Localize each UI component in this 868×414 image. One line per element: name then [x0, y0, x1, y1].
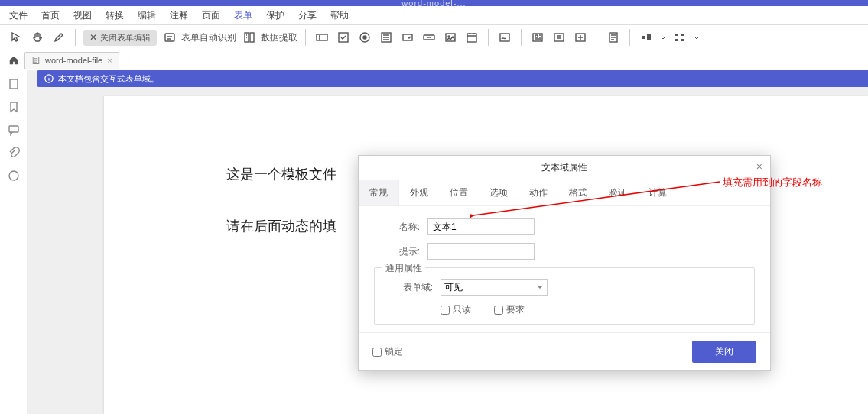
separator [75, 29, 76, 46]
text-field-properties-dialog: 文本域属性 × 常规 外观 位置 选项 动作 格式 验证 计算 名称: 提示: … [358, 155, 771, 371]
required-label: 要求 [506, 303, 525, 316]
svg-rect-4 [339, 33, 348, 42]
tip-input[interactable] [427, 243, 535, 260]
separator [629, 29, 630, 46]
menu-comment[interactable]: 注释 [170, 9, 188, 22]
tab-close-icon[interactable]: × [107, 56, 112, 65]
document-tab-strip: word-model-file × + [0, 50, 868, 70]
button-icon[interactable] [421, 29, 437, 46]
menu-help[interactable]: 帮助 [330, 9, 349, 22]
lock-label: 锁定 [385, 345, 403, 358]
auto-recognize-button[interactable]: 表单自动识别 [161, 29, 236, 46]
checkbox-icon[interactable] [335, 29, 352, 46]
align-dropdown-icon[interactable] [659, 29, 667, 46]
readonly-label: 只读 [453, 303, 471, 316]
common-properties-group: 通用属性 表单域: 可见 只读 要求 [374, 267, 755, 325]
visibility-select[interactable]: 可见 [441, 279, 548, 296]
auto-recognize-icon [161, 29, 178, 46]
svg-rect-21 [675, 39, 678, 41]
document-tab-label: word-model-file [45, 56, 102, 65]
app-title: word-model-... [401, 0, 466, 8]
form-toolbar: ✕ 关闭表单编辑 表单自动识别 数据提取 [0, 24, 868, 50]
menu-home[interactable]: 首页 [41, 9, 60, 22]
menu-protect[interactable]: 保护 [266, 9, 284, 22]
close-form-edit-label: 关闭表单编辑 [100, 32, 151, 44]
lock-checkbox[interactable]: 锁定 [372, 345, 403, 358]
form-action1-icon[interactable] [529, 29, 546, 46]
menu-file[interactable]: 文件 [9, 9, 28, 22]
required-checkbox[interactable]: 要求 [494, 303, 525, 316]
signature-icon[interactable] [496, 29, 513, 46]
align-icon[interactable] [638, 29, 655, 46]
form-action3-icon[interactable] [572, 29, 589, 46]
textfield-icon[interactable] [314, 29, 330, 46]
dialog-close-button[interactable]: 关闭 [692, 341, 756, 363]
distribute-icon[interactable] [671, 29, 688, 46]
formfield-label: 表单域: [387, 281, 433, 294]
page-template-icon[interactable] [605, 29, 622, 46]
menu-page[interactable]: 页面 [202, 9, 220, 22]
edit-icon[interactable] [50, 29, 67, 46]
circle-icon[interactable] [8, 170, 20, 182]
dialog-title: 文本域属性 [541, 161, 587, 174]
hand-icon[interactable] [29, 29, 46, 46]
side-rail [0, 70, 28, 414]
readonly-checkbox[interactable]: 只读 [441, 303, 471, 316]
auto-recognize-label: 表单自动识别 [181, 31, 236, 44]
dialog-close-icon[interactable]: × [756, 160, 762, 173]
data-extract-label: 数据提取 [261, 31, 297, 44]
combobox-icon[interactable] [399, 29, 416, 46]
radio-icon[interactable] [356, 29, 373, 46]
comments-icon[interactable] [8, 124, 20, 136]
close-icon: ✕ [89, 32, 97, 43]
menu-view[interactable]: 视图 [73, 9, 92, 22]
svg-point-6 [363, 36, 366, 39]
form-action2-icon[interactable] [551, 29, 567, 46]
tab-general[interactable]: 常规 [359, 180, 399, 205]
listbox-icon[interactable] [378, 29, 395, 46]
svg-rect-15 [554, 34, 564, 41]
tab-format[interactable]: 格式 [558, 180, 598, 205]
distribute-dropdown-icon[interactable] [693, 29, 701, 46]
add-tab-button[interactable]: + [121, 54, 136, 66]
date-field-icon[interactable] [463, 29, 480, 46]
image-field-icon[interactable] [442, 29, 459, 46]
banner-text: 本文档包含交互式表单域。 [58, 73, 159, 85]
tab-options[interactable]: 选项 [479, 180, 519, 205]
data-extract-button[interactable]: 数据提取 [241, 29, 297, 46]
tab-calculate[interactable]: 计算 [638, 180, 678, 205]
separator [488, 29, 489, 46]
pointer-icon[interactable] [8, 29, 24, 46]
menu-form[interactable]: 表单 [234, 9, 252, 22]
svg-rect-12 [467, 34, 476, 42]
tab-appearance[interactable]: 外观 [399, 180, 439, 205]
data-extract-icon [241, 29, 258, 46]
separator [597, 29, 597, 46]
svg-rect-20 [675, 34, 678, 36]
attachment-icon[interactable] [8, 147, 20, 159]
menu-bar: 文件 首页 视图 转换 编辑 注释 页面 表单 保护 分享 帮助 [0, 6, 868, 24]
dialog-title-bar[interactable]: 文本域属性 × [359, 156, 770, 180]
separator [521, 29, 522, 46]
home-tab-icon[interactable] [5, 52, 23, 69]
svg-rect-26 [9, 126, 18, 132]
menu-edit[interactable]: 编辑 [138, 9, 156, 22]
svg-rect-8 [403, 34, 412, 40]
svg-point-11 [448, 36, 450, 37]
close-form-edit-button[interactable]: ✕ 关闭表单编辑 [83, 30, 157, 46]
tab-position[interactable]: 位置 [439, 180, 479, 205]
menu-convert[interactable]: 转换 [106, 9, 124, 22]
annotation-text: 填充需用到的字段名称 [723, 176, 822, 189]
name-input[interactable] [427, 218, 535, 235]
svg-rect-19 [647, 34, 651, 40]
tip-label: 提示: [374, 245, 420, 258]
thumbnails-icon[interactable] [8, 78, 20, 90]
tab-validate[interactable]: 验证 [598, 180, 638, 205]
dialog-tabs: 常规 外观 位置 选项 动作 格式 验证 计算 [359, 180, 770, 206]
bookmark-icon[interactable] [8, 101, 20, 113]
document-tab[interactable]: word-model-file × [24, 52, 119, 69]
menu-share[interactable]: 分享 [298, 9, 317, 22]
tab-actions[interactable]: 动作 [519, 180, 558, 205]
svg-rect-13 [500, 34, 509, 41]
svg-rect-3 [317, 34, 327, 40]
